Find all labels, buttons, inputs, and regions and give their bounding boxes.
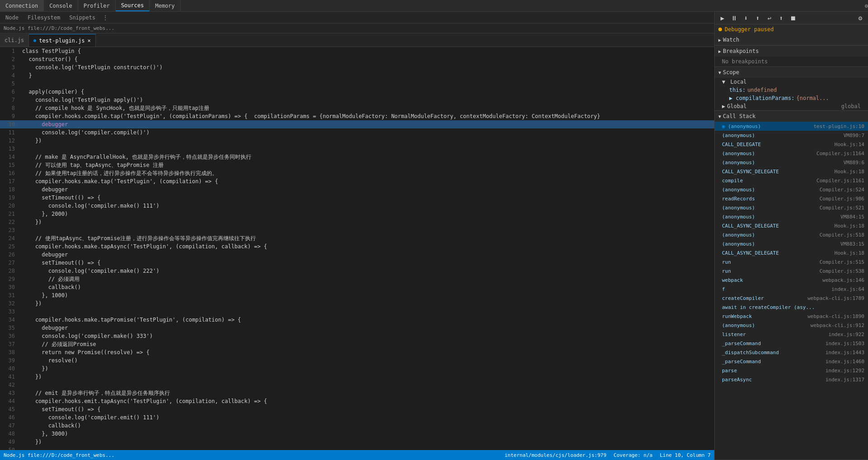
line-number[interactable]: 43 xyxy=(0,389,20,397)
call-stack-item[interactable]: (anonymous)webpack-cli.js:912 xyxy=(715,321,868,330)
line-number[interactable]: 8 xyxy=(0,104,20,112)
call-stack-item[interactable]: (anonymous)Compiler.js:518 xyxy=(715,230,868,239)
call-stack-item[interactable]: await in createCompiler (asy... xyxy=(715,303,868,312)
call-stack-item[interactable]: parseAsyncindex.js:1317 xyxy=(715,375,868,384)
line-number[interactable]: 41 xyxy=(0,373,20,381)
close-tab-icon[interactable]: × xyxy=(88,38,91,44)
line-number[interactable]: 27 xyxy=(0,259,20,267)
call-stack-item[interactable]: findex.js:64 xyxy=(715,285,868,294)
call-stack-item[interactable]: createCompilerwebpack-cli.js:1789 xyxy=(715,294,868,303)
call-stack-item[interactable]: (anonymous)VM890:7 xyxy=(715,131,868,140)
watch-header[interactable]: ▶ Watch xyxy=(715,34,868,45)
nav-filesystem[interactable]: Filesystem xyxy=(26,14,62,22)
line-number[interactable]: 2 xyxy=(0,55,20,63)
line-number[interactable]: 34 xyxy=(0,316,20,324)
step-out-button[interactable]: ⬆ xyxy=(753,13,763,23)
call-stack-item[interactable]: (anonymous)VM884:15 xyxy=(715,212,868,221)
line-number[interactable]: 46 xyxy=(0,413,20,422)
top-tab-sources[interactable]: Sources xyxy=(116,0,150,11)
line-number[interactable]: 9 xyxy=(0,112,20,120)
line-number[interactable]: 11 xyxy=(0,128,20,137)
line-number[interactable]: 38 xyxy=(0,348,20,356)
line-number[interactable]: 48 xyxy=(0,430,20,438)
line-number[interactable]: 18 xyxy=(0,185,20,194)
line-number[interactable]: 35 xyxy=(0,324,20,332)
line-number[interactable]: 40 xyxy=(0,365,20,373)
scope-header[interactable]: ▼ Scope xyxy=(715,67,868,78)
file-tab-cli-js[interactable]: cli.js xyxy=(0,34,29,47)
step-back-button[interactable]: ↩ xyxy=(764,13,774,23)
line-number[interactable]: 13 xyxy=(0,145,20,153)
top-tab-console[interactable]: Console xyxy=(44,0,78,11)
line-number[interactable]: 49 xyxy=(0,438,20,446)
restart-button[interactable]: ⬆ xyxy=(776,13,786,23)
line-number[interactable]: 21 xyxy=(0,210,20,218)
line-number[interactable]: 39 xyxy=(0,356,20,365)
line-number[interactable]: 22 xyxy=(0,218,20,226)
call-stack-item[interactable]: readRecordsCompiler.js:986 xyxy=(715,194,868,203)
line-number[interactable]: 15 xyxy=(0,161,20,169)
stop-button[interactable]: ⏹ xyxy=(788,13,798,23)
call-stack-item[interactable]: (anonymous)VM889:6 xyxy=(715,158,868,167)
call-stack-item[interactable]: CALL_ASYNC_DELEGATEHook.js:18 xyxy=(715,167,868,176)
call-stack-item[interactable]: runCompiler.js:538 xyxy=(715,266,868,275)
line-number[interactable]: 17 xyxy=(0,177,20,185)
debug-settings-icon[interactable]: ⚙ xyxy=(855,13,865,23)
line-number[interactable]: 31 xyxy=(0,291,20,299)
line-number[interactable]: 23 xyxy=(0,226,20,234)
line-number[interactable]: 44 xyxy=(0,397,20,405)
call-stack-item[interactable]: ● (anonymous)test-plugin.js:10 xyxy=(715,122,868,131)
line-number[interactable]: 32 xyxy=(0,299,20,308)
call-stack-item[interactable]: _parseCommandindex.js:1503 xyxy=(715,339,868,348)
call-stack-item[interactable]: listenerindex.js:922 xyxy=(715,330,868,339)
line-number[interactable]: 20 xyxy=(0,202,20,210)
line-number[interactable]: 36 xyxy=(0,332,20,340)
line-number[interactable]: 50 xyxy=(0,446,20,450)
scope-local-header[interactable]: ▼ Local xyxy=(715,78,868,86)
scope-global-header[interactable]: ▶Global global xyxy=(715,102,868,110)
call-stack-item[interactable]: _dispatchSubcommandindex.js:1443 xyxy=(715,348,868,357)
line-number[interactable]: 25 xyxy=(0,242,20,251)
line-number[interactable]: 1 xyxy=(0,47,20,55)
nav-more-icon[interactable]: ⋮ xyxy=(103,14,108,21)
line-number[interactable]: 33 xyxy=(0,308,20,316)
call-stack-item[interactable]: (anonymous)VM883:15 xyxy=(715,239,868,248)
top-tab-memory[interactable]: Memory xyxy=(150,0,180,11)
line-number[interactable]: 6 xyxy=(0,88,20,96)
line-number[interactable]: 28 xyxy=(0,267,20,275)
line-number[interactable]: 45 xyxy=(0,405,20,413)
call-stack-item[interactable]: runWebpackwebpack-cli.js:1890 xyxy=(715,312,868,321)
resume-button[interactable]: ▶ xyxy=(717,13,727,23)
line-number[interactable]: 4 xyxy=(0,71,20,80)
line-number[interactable]: 29 xyxy=(0,275,20,283)
call-stack-header[interactable]: ▼ Call Stack xyxy=(715,111,868,122)
call-stack-item[interactable]: webpackwebpack.js:146 xyxy=(715,275,868,285)
call-stack-item[interactable]: compileCompiler.js:1161 xyxy=(715,176,868,185)
line-number[interactable]: 5 xyxy=(0,80,20,88)
top-tab-profiler[interactable]: Profiler xyxy=(78,0,116,11)
line-number[interactable]: 19 xyxy=(0,194,20,202)
call-stack-item[interactable]: parseindex.js:1292 xyxy=(715,366,868,375)
line-number[interactable]: 16 xyxy=(0,169,20,177)
line-number[interactable]: 26 xyxy=(0,251,20,259)
call-stack-item[interactable]: CALL_ASYNC_DELEGATEHook.js:18 xyxy=(715,221,868,230)
call-stack-item[interactable]: _parseCommandindex.js:1460 xyxy=(715,357,868,366)
step-into-button[interactable]: ⬇ xyxy=(741,13,751,23)
line-number[interactable]: 7 xyxy=(0,96,20,104)
line-number[interactable]: 30 xyxy=(0,283,20,291)
call-stack-item[interactable]: runCompiler.js:515 xyxy=(715,257,868,266)
call-stack-item[interactable]: (anonymous)Compiler.js:524 xyxy=(715,185,868,194)
call-stack-item[interactable]: (anonymous)Compiler.js:1164 xyxy=(715,149,868,158)
line-number[interactable]: 42 xyxy=(0,381,20,389)
line-number[interactable]: 14 xyxy=(0,153,20,161)
line-number[interactable]: 3 xyxy=(0,63,20,71)
line-number[interactable]: 47 xyxy=(0,422,20,430)
line-number[interactable]: 10 xyxy=(0,120,20,128)
breakpoints-header[interactable]: ▶ Breakpoints xyxy=(715,46,868,57)
call-stack-item[interactable]: CALL_DELEGATEHook.js:14 xyxy=(715,140,868,149)
call-stack-item[interactable]: CALL_ASYNC_DELEGATEHook.js:18 xyxy=(715,248,868,257)
code-editor[interactable]: 1class TestPlugin {2 constructor() {3 co… xyxy=(0,47,714,450)
line-number[interactable]: 37 xyxy=(0,340,20,348)
settings-icon[interactable]: ⚙ xyxy=(865,3,868,9)
nav-snippets[interactable]: Snippets xyxy=(67,14,97,22)
